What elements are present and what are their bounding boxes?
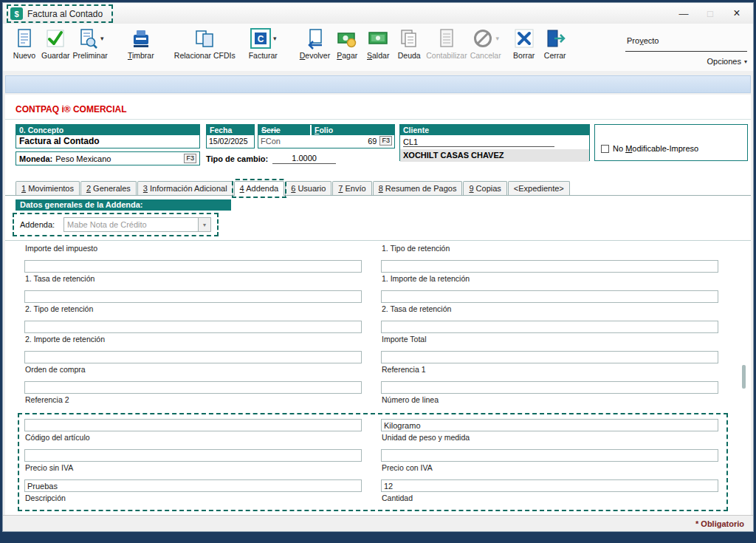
field-input-precio-sin-iva[interactable] — [24, 449, 362, 462]
annotation-addenda-highlight: Addenda: Mabe Nota de Crédito ▾ — [13, 213, 219, 236]
no-modificable-box: No Modificable-Impreso — [594, 124, 748, 161]
relacionar-cfdis-button[interactable]: Relacionar CFDIs — [173, 26, 237, 61]
field-input-referencia-2[interactable] — [24, 381, 362, 394]
fecha-value[interactable]: 15/02/2025 — [207, 135, 254, 147]
tab-envio[interactable]: 7 Envío — [332, 181, 371, 195]
timbrar-label: Timbrar — [128, 51, 154, 60]
nuevo-label: Nuevo — [13, 51, 35, 60]
field-label: Precio sin IVA — [25, 463, 362, 472]
tab-generales[interactable]: 2 Generales — [80, 181, 137, 195]
minimize-button[interactable]: — — [670, 5, 697, 21]
cerrar-button[interactable]: Cerrar — [540, 26, 571, 61]
invoice-icon: C — [250, 27, 272, 49]
serie-value[interactable]: FCon — [261, 137, 312, 146]
addenda-combobox-value: Mabe Nota de Crédito — [64, 220, 198, 229]
timbrar-button[interactable]: Timbrar — [126, 26, 157, 61]
field-label: Referencia 2 — [25, 395, 362, 404]
addenda-combobox[interactable]: Mabe Nota de Crédito ▾ — [63, 217, 211, 232]
debt-documents-icon — [398, 27, 420, 49]
cliente-header: Cliente — [400, 125, 589, 135]
exit-door-icon — [544, 27, 566, 49]
tab-copias[interactable]: 9 Copias — [463, 181, 506, 195]
field-input-tasa-retencion-1[interactable] — [24, 260, 362, 273]
field-input-importe-retencion-2[interactable] — [24, 321, 362, 333]
field-label: Referencia 1 — [382, 365, 718, 374]
tab-movimientos[interactable]: 1 Movimientos — [16, 181, 80, 195]
folio-value[interactable]: 69 — [312, 137, 379, 146]
cliente-box: Cliente CL1 XOCHILT CASAS CHAVEZ — [399, 124, 590, 161]
moneda-value[interactable]: Peso Mexicano — [55, 154, 111, 163]
pagar-button[interactable]: Pagar — [331, 26, 362, 61]
saldar-label: Saldar — [367, 51, 389, 60]
facturar-button[interactable]: C ▾ Facturar — [247, 26, 279, 61]
field-input-referencia-1[interactable] — [381, 351, 718, 363]
borrar-label: Borrar — [513, 51, 535, 60]
field-label: 1. Tasa de retención — [25, 274, 362, 283]
contpaq-app-icon: $ — [10, 7, 23, 20]
no-modificable-checkbox[interactable] — [601, 145, 609, 153]
field-input-numero-linea[interactable] — [381, 381, 718, 394]
settle-bill-icon — [367, 27, 389, 49]
addenda-combobox-caret-icon[interactable]: ▾ — [198, 218, 210, 231]
cancelar-dropdown-caret-icon: ▾ — [495, 35, 499, 42]
related-documents-icon — [193, 27, 216, 49]
field-input-importe-total[interactable] — [381, 321, 718, 333]
tipo-cambio-value[interactable]: 1.0000 — [272, 154, 336, 164]
preliminar-label: Preliminar — [73, 51, 108, 60]
tab-informacion-adicional[interactable]: 3 Información Adicional — [137, 181, 233, 195]
field-input-tasa-retencion-2[interactable] — [381, 290, 718, 303]
guardar-button[interactable]: Guardar — [40, 26, 72, 61]
vertical-scrollbar[interactable] — [741, 241, 746, 512]
folio-f3-button[interactable]: F3 — [379, 136, 392, 146]
proyecto-label: Proyecto — [627, 36, 747, 45]
addenda-label: Addenda: — [20, 220, 55, 229]
field-input-orden-compra[interactable] — [24, 351, 362, 363]
field-input-descripcion[interactable] — [24, 479, 362, 492]
facturar-dropdown-caret-icon[interactable]: ▾ — [273, 35, 277, 42]
field-input-importe-retencion-1[interactable] — [381, 260, 718, 273]
field-input-cantidad[interactable] — [381, 479, 718, 492]
decorative-blue-band — [5, 75, 751, 93]
cliente-code-field[interactable]: CL1 — [403, 137, 554, 147]
field-input-unidad-peso-medida[interactable] — [381, 419, 718, 431]
contabilizar-button: Contabilizar — [425, 26, 468, 61]
close-button[interactable]: × — [724, 5, 750, 21]
opciones-caret-icon: ▾ — [744, 58, 747, 65]
field-input-precio-con-iva[interactable] — [381, 449, 718, 462]
field-input-codigo-articulo[interactable] — [24, 419, 362, 431]
field-input-tipo-retencion-2[interactable] — [24, 290, 362, 303]
field-label: Descripción — [25, 494, 362, 502]
title-bar: $ Factura al Contado — □ × — [3, 3, 753, 24]
tab-resumen-pagos[interactable]: 8 Resumen de Pagos — [373, 181, 463, 195]
proyecto-field[interactable] — [625, 45, 747, 52]
status-bar: * Obligatorio — [3, 515, 753, 531]
borrar-button[interactable]: Borrar — [509, 26, 540, 61]
nuevo-button[interactable]: Nuevo — [9, 26, 40, 61]
preliminar-button[interactable]: ▾ Preliminar — [72, 26, 109, 61]
annotation-article-fields-highlight: Código del artículo Unidad de peso y med… — [18, 413, 728, 511]
field-label: Unidad de peso y medida — [382, 433, 718, 442]
concepto-value[interactable]: Factura al Contado — [16, 135, 199, 147]
brand-row: CONTPAQ i® COMERCIAL — [5, 95, 751, 120]
moneda-f3-button[interactable]: F3 — [184, 154, 196, 163]
devolver-button[interactable]: Devolver — [298, 26, 331, 61]
tab-addenda[interactable]: 4 Addenda — [234, 181, 285, 196]
serie-header: Serie — [258, 125, 310, 135]
opciones-button[interactable]: Opciones ▾ — [707, 57, 748, 66]
deuda-button[interactable]: Deuda — [394, 26, 425, 61]
field-label: 2. Tipo de retención — [25, 304, 362, 313]
contabilizar-label: Contabilizar — [426, 51, 467, 60]
saldar-button[interactable]: Saldar — [362, 26, 394, 61]
delete-x-icon — [513, 27, 535, 49]
scrollbar-thumb[interactable] — [742, 365, 746, 389]
field-label-tipo-retencion-1: 1. Tipo de retención — [382, 244, 718, 253]
field-label: Número de linea — [382, 395, 718, 404]
tab-expediente[interactable]: <Expediente> — [508, 181, 570, 195]
preliminar-dropdown-caret-icon[interactable]: ▾ — [100, 35, 104, 42]
proyecto-panel: Proyecto Opciones ▾ — [625, 26, 747, 66]
annotation-title-highlight: $ Factura al Contado — [7, 4, 113, 23]
concepto-box: 0. Concepto Factura al Contado — [16, 124, 200, 148]
tab-usuario[interactable]: 6 Usuario — [285, 181, 331, 195]
serie-header-text: Serie — [261, 126, 281, 134]
app-window: $ Factura al Contado — □ × Nuevo Guardar — [2, 2, 754, 532]
